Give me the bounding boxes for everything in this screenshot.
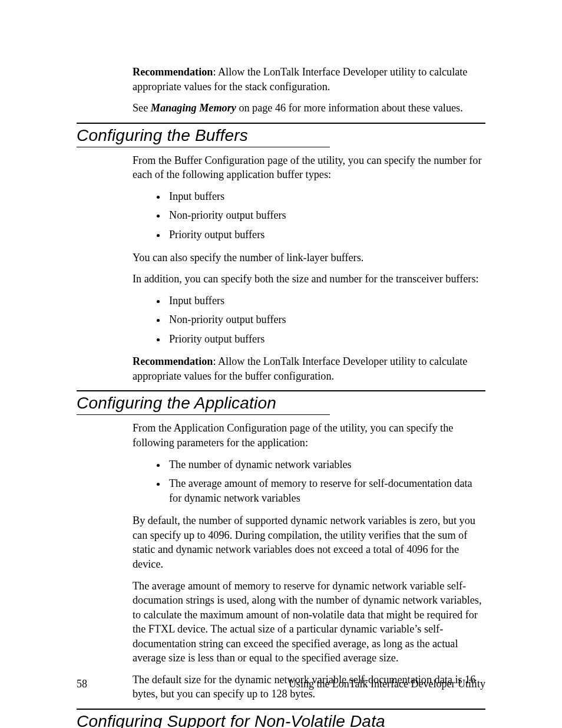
heading-buffers: Configuring the Buffers [77, 123, 485, 147]
app-p2: By default, the number of supported dyna… [133, 513, 485, 571]
rule-top [77, 390, 485, 391]
heading-text: Configuring the Application [77, 394, 485, 413]
application-body: From the Application Configuration page … [133, 421, 485, 701]
rule-top [77, 709, 485, 710]
buffers-list2: Input buffers Non-priority output buffer… [133, 294, 485, 347]
recommendation-label: Recommendation [133, 66, 213, 78]
list-item: Non-priority output buffers [167, 208, 485, 223]
buffers-recommendation: Recommendation: Allow the LonTalk Interf… [133, 354, 485, 383]
rule-top [77, 123, 485, 124]
intro-block: Recommendation: Allow the LonTalk Interf… [133, 65, 485, 116]
rule-bottom [77, 147, 330, 147]
list-item: Priority output buffers [167, 332, 485, 347]
heading-text: Configuring Support for Non-Volatile Dat… [77, 712, 485, 728]
see-emphasis: Managing Memory [151, 102, 236, 114]
recommendation-label: Recommendation [133, 355, 213, 367]
buffers-p1: From the Buffer Configuration page of th… [133, 153, 485, 182]
buffers-list1: Input buffers Non-priority output buffer… [133, 189, 485, 242]
list-item: Input buffers [167, 189, 485, 204]
buffers-body: From the Buffer Configuration page of th… [133, 153, 485, 384]
list-item: Non-priority output buffers [167, 312, 485, 327]
intro-see-also: See Managing Memory on page 46 for more … [133, 101, 485, 116]
list-item: Input buffers [167, 294, 485, 308]
rule-bottom [77, 414, 330, 415]
heading-nonvolatile: Configuring Support for Non-Volatile Dat… [77, 709, 485, 728]
document-page: Recommendation: Allow the LonTalk Interf… [0, 0, 562, 728]
page-number: 58 [77, 678, 87, 690]
see-pre: See [133, 102, 151, 114]
buffers-p3: In addition, you can specify both the si… [133, 272, 485, 286]
list-item: Priority output buffers [167, 228, 485, 242]
see-post: on page 46 for more information about th… [236, 102, 463, 114]
app-p3: The average amount of memory to reserve … [133, 579, 485, 666]
intro-recommendation: Recommendation: Allow the LonTalk Interf… [133, 65, 485, 94]
app-p1: From the Application Configuration page … [133, 421, 485, 450]
list-item: The number of dynamic network variables [167, 457, 485, 472]
app-list1: The number of dynamic network variables … [133, 457, 485, 506]
buffers-p2: You can also specify the number of link-… [133, 251, 485, 265]
heading-text: Configuring the Buffers [77, 126, 485, 145]
footer-title: Using the LonTalk Interface Developer Ut… [289, 678, 485, 690]
list-item: The average amount of memory to reserve … [167, 476, 485, 505]
page-footer: 58 Using the LonTalk Interface Developer… [77, 678, 485, 690]
heading-application: Configuring the Application [77, 390, 485, 415]
